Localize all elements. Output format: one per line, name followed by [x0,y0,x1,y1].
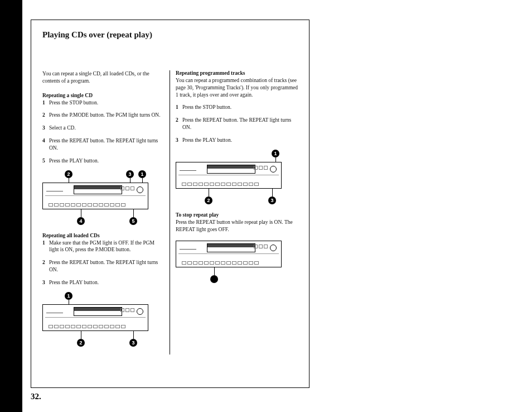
step: 3Press the PLAY button. [42,279,164,286]
step-text: Press the PLAY button. [182,137,298,144]
callout-bubble: 2 [77,339,85,347]
step-number: 1 [42,239,49,254]
cd-player-illustration [176,241,282,267]
step: 2Press the P.MODE button. The PGM light … [42,112,164,119]
device-diagram-1: 2 3 1 4 5 [42,170,164,225]
heading-stop-repeat: To stop repeat play [176,212,298,218]
step: 3Press the PLAY button. [176,137,298,144]
step-text: Select a CD. [49,124,164,132]
step-number: 3 [176,137,182,144]
step: 3Select a CD. [42,124,164,132]
step-number: 4 [42,137,49,152]
step: 1Press the STOP button. [42,99,164,107]
cd-player-illustration [42,183,148,209]
step: 1Make sure that the PGM light is OFF. If… [42,239,164,254]
page-number: 32. [31,392,41,401]
step-number: 3 [42,279,49,286]
callout-bubble: 5 [129,217,137,225]
callout-bubble: 1 [272,150,279,157]
step-text: Press the REPEAT button. The REPEAT ligh… [49,137,164,152]
step-number: 3 [42,124,49,132]
intro-text: You can repeat a single CD, all loaded C… [42,70,164,85]
step-text: Press the STOP button. [182,104,298,111]
heading-repeating-single-cd: Repeating a single CD [42,93,164,98]
step-text: Press the PLAY button. [49,157,164,165]
step-number: 5 [42,157,49,165]
step-text: Press the PLAY button. [49,279,164,286]
callout-bubble-blank [210,275,218,283]
step: 2Press the REPEAT button. The REPEAT lig… [176,117,298,131]
callout-bubble: 3 [268,197,276,204]
callout-bubble: 2 [205,197,212,204]
step-text: Press the STOP button. [49,99,164,107]
page-binding-edge [0,0,22,412]
callout-bubble: 2 [65,170,72,178]
two-column-layout: You can repeat a single CD, all loaded C… [42,70,298,354]
callout-bubble: 4 [77,217,85,225]
step: 4Press the REPEAT button. The REPEAT lig… [42,137,164,152]
step-number: 2 [42,259,49,274]
step-text: Press the REPEAT button. The REPEAT ligh… [49,259,164,274]
step: 2Press the REPEAT button. The REPEAT lig… [42,259,164,274]
step-number: 2 [176,117,182,131]
callout-bubble: 1 [138,170,146,178]
device-diagram-3: 1 2 3 [176,150,298,204]
section-intro: You can repeat a programmed combination … [176,77,298,98]
page-title: Playing CDs over (repeat play) [42,30,298,40]
callout-bubble: 3 [126,170,134,178]
step: 5Press the PLAY button. [42,157,164,165]
step-number: 1 [176,104,182,111]
callout-bubble: 1 [65,292,72,300]
step-text: Press the REPEAT button. The REPEAT ligh… [182,117,298,131]
step-number: 2 [42,112,49,119]
right-column: Repeating programmed tracks You can repe… [170,70,298,354]
cd-player-illustration [176,162,282,189]
step-text: Press the P.MODE button. The PGM light t… [49,112,164,119]
step-number: 1 [42,99,49,107]
heading-repeating-all-cds: Repeating all loaded CDs [42,233,164,238]
section-body: Press the REPEAT button while repeat pla… [176,219,298,233]
callout-bubble: 3 [129,339,137,347]
step-text: Make sure that the PGM light is OFF. If … [49,239,164,254]
heading-repeating-programmed: Repeating programmed tracks [176,70,298,76]
device-diagram-2: 1 2 3 [42,292,164,347]
manual-page: Playing CDs over (repeat play) You can r… [31,20,309,388]
device-diagram-4 [176,241,298,283]
cd-player-illustration [42,304,148,331]
left-column: You can repeat a single CD, all loaded C… [42,70,170,354]
step: 1Press the STOP button. [176,104,298,111]
